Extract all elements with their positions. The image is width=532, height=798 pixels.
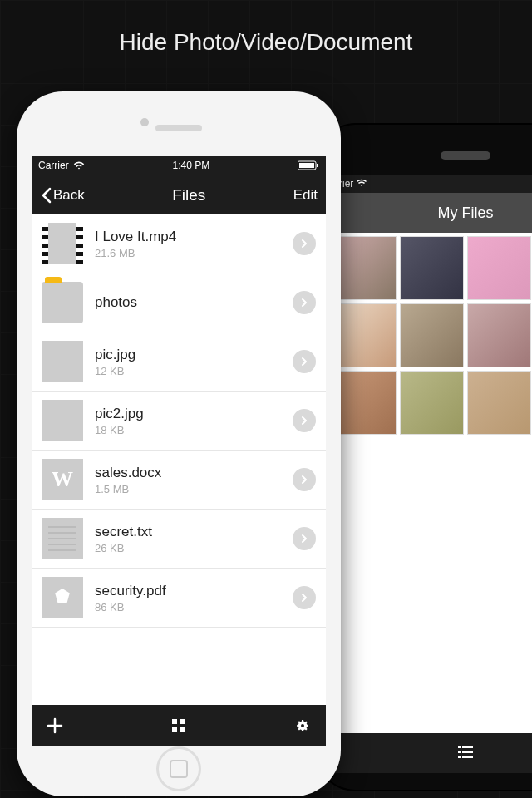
file-size: 86 KB — [95, 601, 293, 613]
photo-thumb[interactable] — [332, 371, 397, 435]
photo-thumb[interactable] — [400, 371, 464, 435]
word-icon: W — [42, 459, 83, 500]
chevron-right-icon[interactable] — [293, 291, 316, 314]
wifi-icon — [73, 161, 85, 170]
navbar-front: Back Files Edit — [32, 175, 326, 214]
phone-back-speaker — [441, 151, 490, 160]
svg-rect-2 — [458, 751, 461, 753]
jpg2-icon — [42, 400, 83, 441]
file-info: secret.txt26 KB — [95, 524, 293, 554]
chevron-right-icon[interactable] — [293, 468, 316, 491]
folder-icon — [42, 282, 83, 323]
jpg-icon — [42, 341, 83, 382]
back-label: Back — [53, 187, 85, 204]
file-name: photos — [95, 294, 293, 311]
photo-grid — [329, 233, 532, 438]
phone-front-body: Carrier 1:40 PM Back Files Edit I Love I… — [17, 91, 341, 796]
file-row[interactable]: Wsales.docx1.5 MB — [32, 451, 326, 510]
file-row[interactable]: pic.jpg12 KB — [32, 332, 326, 392]
chevron-right-icon[interactable] — [293, 409, 316, 432]
phone-back-screen: rrier 11:40 AM My Files — [329, 175, 532, 773]
photo-thumb[interactable] — [332, 303, 397, 367]
file-info: pic2.jpg18 KB — [95, 406, 293, 436]
file-name: pic2.jpg — [95, 406, 293, 422]
file-size: 1.5 MB — [95, 483, 293, 495]
list-view-icon[interactable] — [456, 741, 475, 765]
svg-rect-11 — [172, 727, 177, 732]
chevron-right-icon[interactable] — [293, 527, 316, 550]
photo-thumb[interactable] — [332, 236, 397, 300]
chevron-right-icon[interactable] — [293, 350, 316, 373]
file-size: 26 KB — [95, 542, 293, 554]
chevron-right-icon[interactable] — [293, 232, 316, 255]
svg-rect-8 — [317, 164, 318, 167]
file-name: secret.txt — [95, 524, 293, 540]
wifi-icon — [357, 178, 367, 190]
edit-button[interactable]: Edit — [293, 187, 318, 204]
file-row[interactable]: photos — [32, 273, 326, 332]
file-info: photos — [95, 294, 293, 311]
svg-rect-3 — [462, 751, 473, 753]
statusbar-back: rrier 11:40 AM — [329, 175, 532, 193]
file-list[interactable]: I Love It.mp421.6 MBphotospic.jpg12 KBpi… — [32, 214, 326, 705]
back-button[interactable]: Back — [40, 187, 85, 204]
add-button[interactable] — [35, 705, 75, 746]
battery-icon — [298, 160, 319, 170]
phone-front-screen: Carrier 1:40 PM Back Files Edit I Love I… — [32, 156, 326, 746]
navbar-back: My Files — [329, 193, 532, 233]
svg-rect-9 — [172, 719, 177, 724]
pdf-icon — [42, 577, 83, 618]
navbar-title: Files — [172, 186, 205, 204]
file-size: 21.6 MB — [95, 247, 293, 259]
svg-rect-1 — [462, 746, 473, 748]
file-row[interactable]: secret.txt26 KB — [32, 510, 326, 569]
photo-thumb[interactable] — [400, 303, 464, 367]
phone-front-speaker — [155, 125, 202, 131]
svg-rect-4 — [458, 756, 461, 758]
hero-title: Hide Photo/Video/Document — [0, 29, 532, 56]
time-label: 1:40 PM — [172, 160, 209, 171]
file-info: I Love It.mp421.6 MB — [95, 229, 293, 259]
svg-rect-7 — [299, 163, 314, 168]
file-size: 12 KB — [95, 365, 293, 377]
file-name: pic.jpg — [95, 347, 293, 363]
phone-back-body: rrier 11:40 AM My Files — [316, 125, 532, 790]
file-info: pic.jpg12 KB — [95, 347, 293, 377]
settings-button[interactable] — [283, 705, 323, 746]
file-name: security.pdf — [95, 583, 293, 599]
file-info: security.pdf86 KB — [95, 583, 293, 613]
video-icon — [42, 223, 83, 264]
file-name: I Love It.mp4 — [95, 229, 293, 245]
chevron-right-icon[interactable] — [293, 586, 316, 609]
home-button[interactable] — [156, 746, 201, 791]
file-size: 18 KB — [95, 424, 293, 436]
file-row[interactable]: security.pdf86 KB — [32, 569, 326, 628]
file-row[interactable]: I Love It.mp421.6 MB — [32, 214, 326, 273]
carrier-label: Carrier — [38, 160, 69, 171]
file-info: sales.docx1.5 MB — [95, 465, 293, 495]
photo-thumb[interactable] — [467, 303, 531, 367]
svg-rect-10 — [180, 719, 185, 724]
svg-rect-5 — [462, 756, 473, 758]
toolbar-front — [32, 705, 326, 746]
svg-rect-12 — [180, 727, 185, 732]
svg-rect-0 — [458, 746, 461, 748]
photo-thumb[interactable] — [467, 236, 531, 300]
txt-icon — [42, 518, 83, 559]
statusbar-front: Carrier 1:40 PM — [32, 156, 326, 175]
phone-front-camera — [140, 118, 149, 126]
file-name: sales.docx — [95, 465, 293, 481]
file-row[interactable]: pic2.jpg18 KB — [32, 392, 326, 451]
grid-view-button[interactable] — [159, 705, 199, 746]
navbar-back-title: My Files — [438, 204, 494, 222]
photo-thumb[interactable] — [400, 236, 464, 300]
photo-thumb[interactable] — [467, 371, 531, 435]
bottombar-back — [329, 733, 532, 773]
